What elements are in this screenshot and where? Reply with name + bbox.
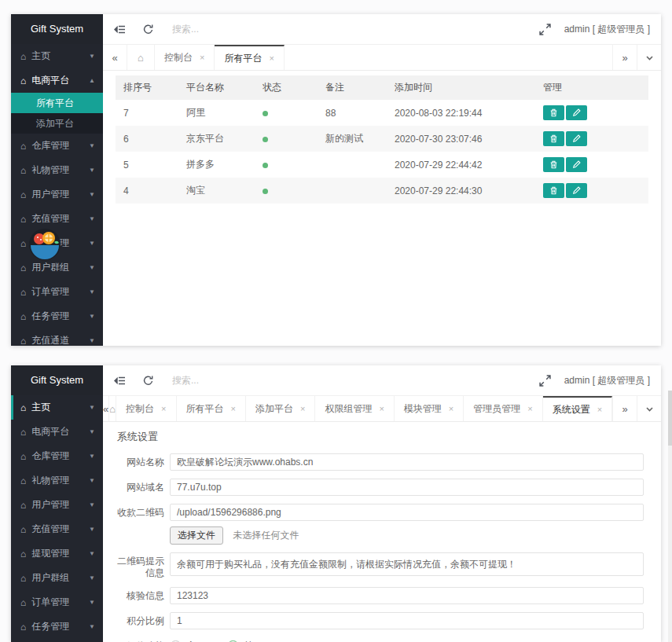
sidebar-item[interactable]: 礼物管理 (11, 158, 103, 182)
menu-toggle-icon[interactable] (114, 23, 127, 35)
sidebar-item[interactable]: 充值通道 (11, 328, 103, 346)
tab[interactable]: 权限组管理 (315, 396, 394, 421)
cell-actions (535, 152, 648, 178)
sidebar-item[interactable]: 充值管理 (11, 517, 103, 541)
caret-icon (89, 313, 95, 320)
close-icon[interactable] (161, 404, 166, 413)
app-logo: Gift System (11, 365, 103, 395)
search-input[interactable] (171, 23, 292, 35)
fullscreen-icon[interactable] (539, 23, 552, 35)
tabs-menu-icon[interactable] (637, 45, 661, 70)
delete-button[interactable] (543, 183, 564, 198)
table-row: 7 阿里 88 2020-08-03 22:19:44 (116, 100, 648, 126)
qr-code-input[interactable] (170, 504, 644, 521)
refresh-icon[interactable] (142, 23, 155, 35)
sidebar-item-label: 用户群组 (31, 261, 69, 274)
sidebar-item[interactable]: 任务管理 (11, 614, 103, 639)
cell-actions (535, 178, 648, 204)
sidebar-item[interactable]: 仓库管理 (11, 444, 103, 468)
delete-button[interactable] (543, 157, 564, 172)
field-label-qr-code: 收款二维码 (116, 504, 164, 519)
page-scrollbar[interactable] (668, 391, 672, 642)
close-icon[interactable] (527, 404, 532, 413)
tab-label: 控制台 (164, 51, 193, 64)
field-label-site-name: 网站名称 (116, 453, 164, 468)
tab[interactable]: 控制台 (155, 45, 215, 70)
tabs-scroll-right-icon[interactable] (612, 45, 637, 70)
cell-sort: 5 (116, 152, 178, 178)
sidebar-item[interactable]: 用户群组 (11, 566, 103, 590)
sidebar-item[interactable]: 电商平台 (11, 420, 103, 444)
sidebar-item[interactable]: 用户管理 (11, 493, 103, 517)
close-icon[interactable] (379, 404, 384, 413)
delete-button[interactable] (543, 105, 564, 120)
table-row: 6 京东平台 新的测试 2020-07-30 23:07:46 (116, 126, 648, 152)
sidebar-item[interactable]: 仓库管理 (11, 134, 103, 158)
cell-time: 2020-08-03 22:19:44 (387, 100, 535, 126)
tab-label: 管理员管理 (473, 402, 520, 416)
verify-info-input[interactable] (170, 587, 644, 604)
search-input[interactable] (171, 374, 292, 387)
sidebar-item[interactable]: 主页 (11, 44, 103, 68)
tab[interactable]: 模块管理 (395, 396, 464, 421)
edit-button[interactable] (566, 131, 587, 146)
user-badge[interactable]: admin [ 超级管理员 ] (564, 374, 650, 387)
tabs-scroll-left-icon[interactable] (103, 45, 127, 70)
tab[interactable]: 所有平台 (215, 45, 284, 70)
sidebar-item[interactable]: 礼物管理 (11, 468, 103, 493)
tab[interactable]: 添加平台 (246, 396, 315, 421)
user-badge[interactable]: admin [ 超级管理员 ] (564, 23, 650, 36)
tabs-menu-icon[interactable] (637, 396, 661, 421)
edit-button[interactable] (566, 183, 587, 198)
close-icon[interactable] (200, 53, 204, 62)
caret-icon (89, 574, 95, 581)
close-icon[interactable] (231, 404, 236, 413)
qr-tip-input[interactable] (170, 552, 644, 576)
close-icon[interactable] (300, 404, 305, 413)
home-icon (20, 166, 26, 175)
sidebar-item[interactable]: 提现管理 (11, 541, 103, 566)
edit-button[interactable] (566, 105, 587, 120)
tab[interactable]: 管理员管理 (464, 396, 542, 421)
tabs-scroll-right-icon[interactable] (612, 396, 637, 421)
close-icon[interactable] (449, 404, 454, 413)
choose-file-button[interactable]: 选择文件 (170, 526, 223, 545)
tab[interactable]: 系统设置 (543, 396, 612, 421)
sidebar-item-label: 用户管理 (31, 498, 69, 512)
site-name-input[interactable] (170, 453, 644, 471)
scrollbar-thumb[interactable] (668, 391, 672, 446)
sidebar-item[interactable]: 任务管理 (11, 304, 103, 328)
cell-remark: 88 (318, 100, 387, 126)
home-icon (20, 622, 26, 632)
tab-label: 权限组管理 (325, 402, 372, 416)
main-area: admin [ 超级管理员 ] 控制台 所有平台 添加平台 (103, 365, 661, 642)
status-dot (263, 163, 268, 168)
sidebar-item[interactable]: 订单管理 (11, 280, 103, 304)
close-icon[interactable] (597, 405, 602, 414)
cell-actions (535, 126, 648, 152)
delete-button[interactable] (543, 131, 564, 146)
sidebar-item[interactable]: 电商平台 (11, 68, 103, 93)
refresh-icon[interactable] (142, 374, 155, 387)
sidebar-item[interactable]: 用户管理 (11, 182, 103, 207)
tabs-scroll-left-icon[interactable] (103, 396, 109, 421)
menu-toggle-icon[interactable] (114, 374, 127, 387)
sidebar-item[interactable]: 添加平台 (11, 113, 103, 134)
home-icon (20, 452, 26, 461)
sidebar-item[interactable]: 所有平台 (11, 93, 103, 113)
home-icon (20, 598, 26, 607)
fullscreen-icon[interactable] (539, 374, 552, 387)
sidebar-item-label: 用户群组 (31, 571, 69, 585)
points-ratio-input[interactable] (170, 612, 644, 629)
home-tab[interactable] (127, 45, 155, 70)
site-domain-input[interactable] (170, 479, 644, 496)
sidebar-item[interactable]: 订单管理 (11, 590, 103, 614)
tab[interactable]: 控制台 (116, 396, 176, 421)
sidebar-item[interactable]: 充值通道 (11, 639, 103, 642)
close-icon[interactable] (269, 53, 274, 63)
edit-button[interactable] (566, 157, 587, 172)
sidebar-item[interactable]: 主页 (11, 395, 103, 420)
home-tab[interactable] (109, 396, 116, 421)
tab[interactable]: 所有平台 (177, 396, 246, 421)
home-icon (20, 336, 26, 346)
